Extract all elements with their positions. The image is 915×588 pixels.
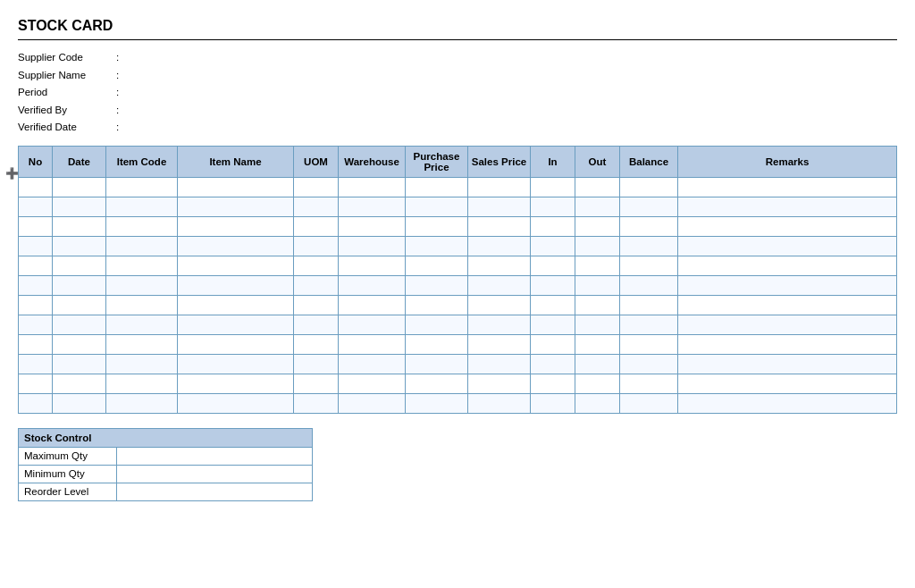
cell-out [575, 315, 620, 334]
cell-date [53, 177, 106, 197]
verified-by-colon: : [116, 102, 119, 120]
cell-uom [294, 275, 339, 295]
cell-no [19, 216, 53, 236]
verified-date-colon: : [116, 119, 119, 137]
stock-control-value [116, 447, 312, 465]
cell-in [531, 374, 575, 393]
cell-purchase_price [406, 216, 468, 236]
cell-out [575, 275, 620, 295]
cell-in [531, 256, 575, 275]
cell-item_code [106, 275, 178, 295]
supplier-code-row: Supplier Code : [18, 49, 897, 67]
supplier-code-label: Supplier Code [18, 49, 116, 67]
cell-remarks [678, 236, 897, 256]
cell-in [531, 295, 575, 315]
cell-sales_price [468, 393, 531, 413]
cell-warehouse [339, 295, 406, 315]
cell-item_name [178, 177, 294, 197]
cell-date [53, 197, 106, 216]
cell-warehouse [339, 334, 406, 354]
cell-purchase_price [406, 393, 468, 413]
cell-date [53, 216, 106, 236]
col-remarks: Remarks [678, 146, 897, 177]
stock-control-label: Minimum Qty [19, 465, 117, 483]
cell-no [19, 256, 53, 275]
cell-balance [620, 236, 678, 256]
cell-date [53, 334, 106, 354]
cell-balance [620, 334, 678, 354]
period-colon: : [116, 84, 119, 102]
cell-out [575, 177, 620, 197]
stock-control-row: Reorder Level [19, 483, 313, 500]
cell-date [53, 393, 106, 413]
cell-sales_price [468, 374, 531, 393]
stock-control-label: Maximum Qty [19, 447, 117, 465]
cell-item_name [178, 374, 294, 393]
table-row [19, 393, 897, 413]
stock-control-row: Minimum Qty [19, 465, 313, 483]
col-uom: UOM [294, 146, 339, 177]
cell-date [53, 295, 106, 315]
cell-warehouse [339, 275, 406, 295]
table-row [19, 315, 897, 334]
cell-balance [620, 354, 678, 374]
cell-date [53, 354, 106, 374]
cell-out [575, 334, 620, 354]
table-row [19, 374, 897, 393]
cell-purchase_price [406, 256, 468, 275]
cell-sales_price [468, 334, 531, 354]
expand-icon[interactable]: ➕ [5, 167, 19, 180]
period-label: Period [18, 84, 116, 102]
cell-uom [294, 216, 339, 236]
cell-in [531, 236, 575, 256]
table-row [19, 295, 897, 315]
col-item-name: Item Name [178, 146, 294, 177]
cell-no [19, 354, 53, 374]
cell-item_code [106, 236, 178, 256]
cell-no [19, 295, 53, 315]
cell-in [531, 216, 575, 236]
table-row [19, 275, 897, 295]
verified-by-label: Verified By [18, 102, 116, 120]
table-row [19, 334, 897, 354]
cell-uom [294, 354, 339, 374]
cell-item_name [178, 334, 294, 354]
cell-no [19, 315, 53, 334]
supplier-name-row: Supplier Name : [18, 67, 897, 85]
cell-date [53, 236, 106, 256]
cell-sales_price [468, 295, 531, 315]
cell-in [531, 315, 575, 334]
col-out: Out [575, 146, 620, 177]
cell-item_code [106, 374, 178, 393]
col-date: Date [53, 146, 106, 177]
cell-warehouse [339, 197, 406, 216]
cell-in [531, 177, 575, 197]
cell-remarks [678, 334, 897, 354]
cell-date [53, 315, 106, 334]
cell-date [53, 275, 106, 295]
cell-out [575, 256, 620, 275]
cell-sales_price [468, 216, 531, 236]
cell-out [575, 374, 620, 393]
cell-balance [620, 256, 678, 275]
stock-control-row: Maximum Qty [19, 447, 313, 465]
verified-date-label: Verified Date [18, 119, 116, 137]
verified-by-row: Verified By : [18, 102, 897, 120]
cell-item_code [106, 295, 178, 315]
cell-out [575, 197, 620, 216]
cell-item_code [106, 393, 178, 413]
cell-no [19, 177, 53, 197]
col-balance: Balance [620, 146, 678, 177]
cell-balance [620, 216, 678, 236]
stock-control-table: Stock Control Maximum QtyMinimum QtyReor… [18, 428, 313, 501]
cell-remarks [678, 177, 897, 197]
cell-uom [294, 236, 339, 256]
cell-remarks [678, 256, 897, 275]
table-row [19, 197, 897, 216]
cell-uom [294, 197, 339, 216]
table-row [19, 177, 897, 197]
cell-no [19, 393, 53, 413]
cell-date [53, 256, 106, 275]
cell-remarks [678, 197, 897, 216]
cell-item_name [178, 315, 294, 334]
